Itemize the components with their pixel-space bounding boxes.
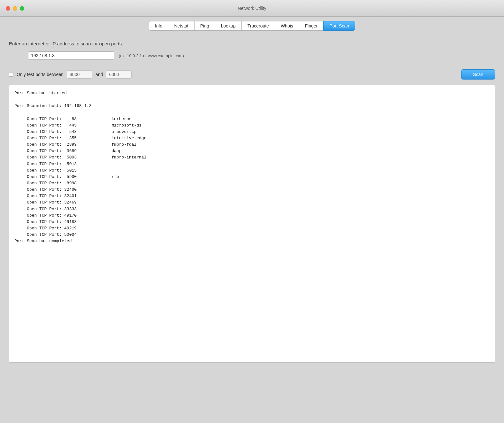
port-range-label: Only test ports between	[17, 72, 64, 77]
output-area: Port Scan has started… Port Scanning hos…	[9, 85, 495, 363]
scan-button[interactable]: Scan	[461, 69, 495, 80]
port-from-input[interactable]	[67, 70, 92, 79]
port-range-row: Only test ports between and Scan	[9, 69, 495, 80]
minimize-button[interactable]	[13, 6, 17, 11]
window-controls[interactable]	[6, 6, 24, 11]
close-button[interactable]	[6, 6, 10, 11]
tabs-bar: Info Netstat Ping Lookup Traceroute Whoi…	[0, 17, 504, 34]
window-title: Network Utility	[238, 6, 266, 11]
description-text: Enter an internet or IP address to scan …	[9, 41, 495, 46]
tab-traceroute[interactable]: Traceroute	[241, 21, 275, 31]
address-hint: (ex. 10.0.2.1 or www.example.com)	[119, 53, 184, 58]
tab-lookup[interactable]: Lookup	[215, 21, 242, 31]
tab-netstat[interactable]: Netstat	[168, 21, 194, 31]
title-bar: Network Utility	[0, 0, 504, 17]
tab-finger[interactable]: Finger	[299, 21, 324, 31]
content-area: Enter an internet or IP address to scan …	[0, 34, 504, 369]
address-input[interactable]	[28, 51, 114, 60]
port-range-checkbox[interactable]	[9, 72, 13, 77]
maximize-button[interactable]	[20, 6, 24, 11]
tab-ping[interactable]: Ping	[194, 21, 215, 31]
tab-info[interactable]: Info	[149, 21, 168, 31]
tab-whois[interactable]: Whois	[275, 21, 299, 31]
tab-portscan[interactable]: Port Scan	[323, 21, 355, 31]
port-to-input[interactable]	[106, 70, 132, 79]
and-label: and	[95, 72, 103, 77]
address-row: (ex. 10.0.2.1 or www.example.com)	[28, 51, 495, 60]
